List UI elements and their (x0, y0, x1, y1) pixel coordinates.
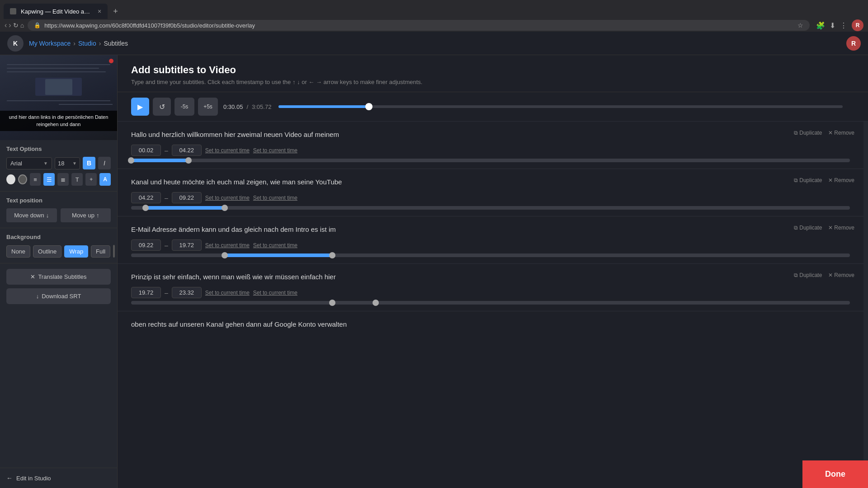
time-range-sep-4: – (165, 289, 168, 296)
font-size-select[interactable]: 18 ▼ (55, 157, 80, 169)
extensions-icon[interactable]: 🧩 (816, 21, 825, 30)
duplicate-btn-2[interactable]: ⧉ Duplicate (794, 177, 822, 183)
remove-btn-3[interactable]: ✕ Remove (828, 225, 854, 231)
set-end-time-3[interactable]: Set to current time (253, 242, 297, 249)
italic-button[interactable]: I (98, 157, 111, 169)
font-family-select[interactable]: Arial ▼ (6, 157, 52, 169)
browser-chrome: Kapwing — Edit Video and Cre... × + ‹ › … (0, 0, 868, 32)
start-time-3[interactable] (131, 239, 161, 251)
align-left-btn[interactable]: ≡ (30, 173, 41, 186)
breadcrumb-workspace[interactable]: My Workspace (29, 40, 71, 47)
set-start-time-3[interactable]: Set to current time (205, 242, 250, 249)
subtitle-actions-2: ⧉ Duplicate ✕ Remove (794, 177, 854, 183)
breadcrumb-current: Subtitles (104, 40, 128, 47)
download-srt-button[interactable]: ↓ Download SRT (6, 288, 111, 304)
done-button[interactable]: Done (802, 460, 868, 488)
download-browser-icon[interactable]: ⬇ (830, 21, 835, 30)
user-avatar[interactable]: R (852, 19, 863, 31)
duplicate-btn-1[interactable]: ⧉ Duplicate (794, 130, 822, 136)
player-controls: ▶ ↺ -5s +5s 0:30.05 / 3:05.72 (118, 92, 868, 122)
slider-4[interactable] (131, 301, 850, 305)
slider-thumb-right-1[interactable] (185, 157, 192, 164)
reload-button[interactable]: ↻ (13, 21, 19, 29)
slider-thumb-left-4[interactable] (329, 300, 335, 306)
progress-bar-container[interactable] (278, 105, 843, 108)
start-time-1[interactable] (131, 145, 161, 156)
bg-wrap-button[interactable]: Wrap (64, 245, 88, 258)
subtitle-text-5[interactable]: oben rechts auf unseren Kanal gehen dann… (131, 319, 854, 329)
text-type-btn3[interactable]: A (99, 173, 111, 186)
app-logo: K (7, 35, 24, 52)
progress-thumb[interactable] (365, 103, 373, 110)
bg-full-button[interactable]: Full (91, 245, 110, 258)
end-time-1[interactable] (172, 145, 202, 156)
star-icon[interactable]: ☆ (797, 22, 803, 29)
color-circle-1[interactable] (6, 174, 15, 184)
play-button[interactable]: ▶ (131, 98, 149, 116)
address-bar[interactable]: 🔒 https://www.kapwing.com/60c8f00ffdfd41… (28, 20, 810, 31)
set-start-time-2[interactable]: Set to current time (205, 195, 250, 201)
back-button[interactable]: ‹ (5, 21, 7, 29)
set-start-time-4[interactable]: Set to current time (205, 290, 250, 296)
bg-outline-button[interactable]: Outline (33, 245, 61, 258)
text-type-btn1[interactable]: T (71, 173, 83, 186)
align-right-btn[interactable]: ≣ (57, 173, 69, 186)
text-type-btn2[interactable]: + (85, 173, 97, 186)
new-tab-button[interactable]: + (109, 5, 122, 18)
slider-thumb-right-3[interactable] (329, 252, 335, 258)
subtitle-text-1[interactable]: Hallo und herzlich willkommen hier zweim… (131, 130, 785, 139)
move-down-button[interactable]: Move down ↓ (6, 208, 57, 222)
align-center-btn[interactable]: ☰ (43, 173, 55, 186)
timing-row-4: – Set to current time Set to current tim… (131, 287, 854, 298)
set-end-time-4[interactable]: Set to current time (253, 290, 297, 296)
remove-btn-4[interactable]: ✕ Remove (828, 272, 854, 278)
header-right-avatar[interactable]: R (846, 36, 861, 51)
bold-button[interactable]: B (83, 157, 95, 169)
start-time-4[interactable] (131, 287, 161, 298)
duplicate-btn-4[interactable]: ⧉ Duplicate (794, 272, 822, 278)
subtitle-text-4[interactable]: Prinzip ist sehr einfach, wenn man weiß … (131, 272, 785, 282)
replay-button[interactable]: ↺ (153, 98, 171, 116)
active-tab[interactable]: Kapwing — Edit Video and Cre... × (4, 4, 108, 19)
minus5-button[interactable]: -5s (175, 98, 194, 116)
slider-1[interactable] (131, 159, 850, 162)
bg-none-button[interactable]: None (6, 245, 30, 258)
move-up-button[interactable]: Move up ↑ (61, 208, 111, 222)
slider-thumb-right-2[interactable] (222, 205, 228, 211)
translate-subtitles-button[interactable]: ✕ Translate Subtitles (6, 269, 111, 285)
set-start-time-1[interactable]: Set to current time (205, 147, 250, 154)
slider-thumb-left-3[interactable] (222, 252, 228, 258)
start-time-2[interactable] (131, 192, 161, 203)
end-time-2[interactable] (172, 192, 202, 203)
remove-btn-1[interactable]: ✕ Remove (828, 130, 854, 136)
color-swatch[interactable] (113, 245, 115, 258)
duplicate-icon-3: ⧉ (794, 225, 798, 231)
breadcrumb-studio[interactable]: Studio (78, 40, 96, 47)
subtitle-text-2[interactable]: Kanal und heute möchte ich euch mal zeig… (131, 177, 785, 187)
plus5-button[interactable]: +5s (198, 98, 218, 116)
remove-btn-2[interactable]: ✕ Remove (828, 177, 854, 183)
video-preview[interactable]: und hier dann links in die persönlichen … (0, 55, 117, 140)
slider-2[interactable] (131, 206, 850, 210)
move-down-icon: ↓ (46, 212, 49, 219)
set-end-time-1[interactable]: Set to current time (253, 147, 297, 154)
duplicate-label-2: Duplicate (799, 177, 822, 183)
time-range-sep-1: – (165, 147, 168, 154)
download-label: Download SRT (42, 293, 81, 300)
slider-thumb-left-2[interactable] (142, 205, 149, 211)
slider-thumb-left-1[interactable] (128, 157, 134, 164)
duplicate-btn-3[interactable]: ⧉ Duplicate (794, 225, 822, 231)
edit-studio-button[interactable]: ← Edit in Studio (0, 468, 117, 488)
set-end-time-2[interactable]: Set to current time (253, 195, 297, 201)
slider-thumb-right-4[interactable] (373, 300, 379, 306)
forward-button[interactable]: › (9, 21, 11, 29)
duplicate-icon-4: ⧉ (794, 272, 798, 278)
tab-close-icon[interactable]: × (98, 8, 101, 15)
end-time-3[interactable] (172, 239, 202, 251)
slider-3[interactable] (131, 253, 850, 257)
subtitle-text-3[interactable]: E-Mail Adresse ändern kann und das gleic… (131, 225, 785, 234)
home-button[interactable]: ⌂ (20, 21, 24, 29)
color-circle-2[interactable] (18, 174, 27, 184)
end-time-4[interactable] (172, 287, 202, 298)
menu-icon[interactable]: ⋮ (840, 21, 847, 30)
